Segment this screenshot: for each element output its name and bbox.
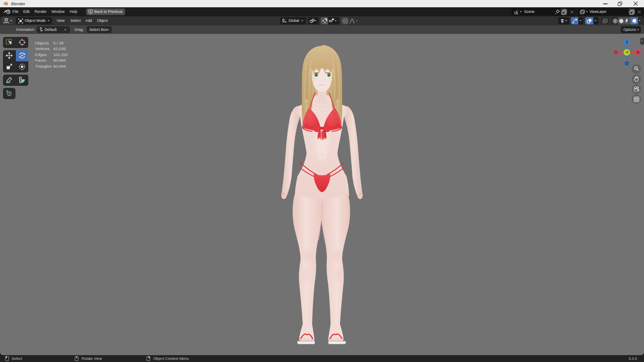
svg-text:X: X <box>637 50 639 54</box>
svg-text:-Y: -Y <box>625 50 629 54</box>
svg-text:Z: Z <box>626 40 628 44</box>
